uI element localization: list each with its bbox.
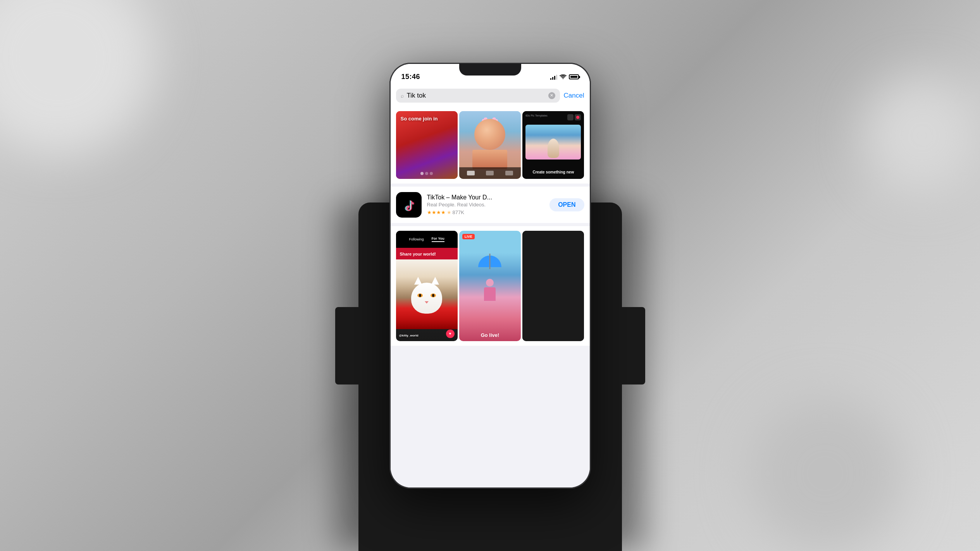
cat-eye-right (431, 294, 436, 297)
bp1-side-controls: ♥ (446, 330, 455, 338)
battery-fill (570, 76, 577, 78)
bottom-preview-2[interactable]: LIVE (459, 231, 521, 341)
search-icon: ⌕ (401, 93, 404, 99)
heart-icon: ♥ (449, 331, 451, 336)
app-info: TikTok – Make Your D... Real People. Rea… (427, 194, 544, 215)
preview-1-text: So come join in (401, 116, 438, 122)
bg-blob-3 (864, 77, 980, 194)
umbrella-figure (478, 256, 501, 301)
battery-icon (569, 74, 579, 79)
bp1-cat-image (396, 259, 458, 329)
signal-bar-2 (552, 77, 553, 80)
preview-3-tabs: 60s Pic Templates (525, 114, 548, 117)
tiktok-logo-svg (401, 197, 417, 213)
cat-pupil-left (419, 294, 421, 297)
person-face (474, 119, 505, 150)
p3-icon-1 (567, 114, 574, 120)
signal-bar-4 (556, 75, 557, 80)
umbrella-top (478, 256, 501, 267)
preview-1-dot-3 (430, 172, 433, 175)
bp1-username: @kitty_world (399, 331, 419, 338)
scene: 15:46 (0, 0, 980, 551)
preview-screenshot-3[interactable]: 60s Pic Templates Create something new (522, 111, 584, 179)
nav-icon-2 (486, 171, 494, 175)
wifi-icon (560, 74, 567, 80)
bp3-bg (522, 231, 584, 341)
bp1-bg: Following For You Share your world! (396, 231, 458, 341)
search-bar-container: ⌕ Tik tok ✕ Cancel (391, 85, 590, 106)
app-listing: TikTok – Make Your D... Real People. Rea… (391, 187, 590, 223)
bp1-heart-btn: ♥ (446, 330, 455, 338)
icecream-image (525, 125, 581, 160)
go-live-label: Go live! (459, 332, 521, 338)
bg-blob-1 (0, 0, 155, 155)
cat-head (411, 283, 442, 314)
preview-screenshots-row: So come join in 🌸🌸 (391, 106, 590, 184)
preview-1-dot-1 (420, 172, 424, 175)
stars-display: ★★★★ (427, 209, 446, 215)
bp1-username-text: @kitty_world (399, 334, 419, 337)
cat-ear-left (414, 277, 422, 285)
preview-1-icons (420, 172, 433, 175)
signal-icon (550, 74, 557, 80)
cat-nose (425, 301, 429, 304)
p3-tab-text: 60s Pic Templates (525, 114, 548, 117)
bg-blob-2 (747, 396, 902, 551)
bp1-following: Following (409, 237, 424, 241)
signal-bar-1 (550, 78, 551, 80)
preview-3-text-container: Create something new (522, 168, 584, 175)
app-icon-tiktok (396, 192, 422, 218)
nav-icon-1 (467, 171, 475, 175)
bp1-header: Share your world! (396, 248, 458, 259)
bottom-screenshots-row: Following For You Share your world! (391, 226, 590, 346)
cat-pupil-right (432, 294, 434, 297)
nav-icon-3 (505, 171, 513, 175)
rating-count: 877K (453, 209, 464, 215)
bottom-preview-3[interactable]: Discover new creators! Jessica Ryan 41 1… (522, 231, 584, 341)
phone-screen: 15:46 (391, 64, 590, 487)
cat-ear-right (431, 277, 439, 285)
bp1-header-text: Share your world! (400, 252, 436, 256)
status-icons (550, 74, 579, 80)
preview-1-dot-2 (425, 172, 428, 175)
status-time: 15:46 (401, 73, 420, 81)
umbrella-person-head (486, 279, 494, 287)
umbrella-handle (489, 254, 491, 269)
bp1-for-you: For You (432, 237, 444, 242)
umbrella-person-body (478, 279, 501, 301)
screen-content: ⌕ Tik tok ✕ Cancel So come join in (391, 85, 590, 487)
preview-2-nav (459, 167, 521, 179)
cancel-button[interactable]: Cancel (564, 92, 584, 100)
app-subtitle: Real People. Real Videos. (427, 202, 544, 208)
person-body (472, 150, 507, 169)
cat-face (411, 283, 442, 314)
p3-icon-2 (575, 114, 581, 120)
search-query-text: Tik tok (407, 92, 545, 100)
preview-3-text: Create something new (532, 170, 574, 174)
phone-device: 15:46 (389, 63, 591, 489)
preview-screenshot-2[interactable]: 🌸🌸 (459, 111, 521, 179)
search-input-wrapper[interactable]: ⌕ Tik tok ✕ (396, 89, 560, 103)
cat-eye-left (417, 294, 423, 297)
preview-3-top-icons (567, 114, 581, 120)
phone-notch (459, 64, 521, 76)
clear-search-button[interactable]: ✕ (548, 92, 555, 99)
p3-check (576, 116, 579, 119)
preview-1-overlay: So come join in (396, 111, 458, 179)
preview-screenshot-1[interactable]: So come join in (396, 111, 458, 179)
signal-bar-3 (554, 76, 555, 80)
open-button[interactable]: OPEN (549, 198, 584, 211)
star-rating: ★★★★ ★ 877K (427, 209, 544, 215)
bp2-overlay (459, 231, 521, 341)
bottom-preview-1[interactable]: Following For You Share your world! (396, 231, 458, 341)
half-star: ★ (447, 209, 451, 215)
umbrella-person-body-shape (484, 287, 496, 301)
app-name: TikTok – Make Your D... (427, 194, 544, 201)
phone-stand-right (620, 307, 645, 384)
phone-stand-left (335, 307, 360, 384)
icecream-shape (548, 139, 559, 158)
bp1-topbar: Following For You (396, 231, 458, 248)
